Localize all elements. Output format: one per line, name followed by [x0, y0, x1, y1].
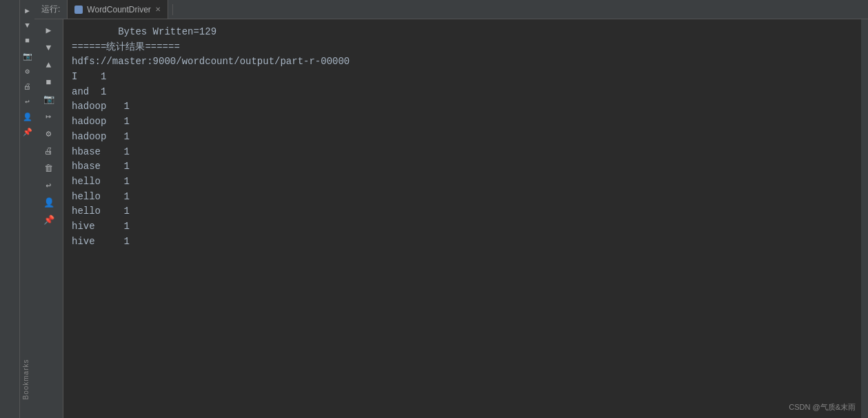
toolbar-indent-icon[interactable]: ↦ [42, 110, 56, 123]
toolbar-pin-icon[interactable]: 📌 [42, 213, 56, 227]
tool-icon-4[interactable]: 📷 [21, 50, 34, 62]
tab-icon [74, 6, 83, 14]
top-bar: 运行: WordCountDriver ✕ [34, 0, 868, 19]
bookmarks-label: Bookmarks [22, 359, 30, 400]
console-line-4: and 1 [72, 85, 853, 100]
toolbar-up-icon[interactable]: ▲ [42, 58, 56, 72]
run-label: 运行: [34, 0, 68, 19]
toolbar-settings-icon[interactable]: ⚙ [42, 127, 56, 141]
tool-icon-3[interactable]: ■ [21, 34, 34, 47]
tab-divider [172, 4, 173, 15]
console-line-11: hello 1 [72, 190, 853, 205]
toolbar-down-icon[interactable]: ▼ [42, 41, 56, 54]
toolbar-camera-icon[interactable]: 📷 [42, 92, 56, 106]
toolbar-delete-icon[interactable]: 🗑 [42, 161, 56, 175]
tab-close-button[interactable]: ✕ [155, 6, 161, 13]
bookmarks-sidebar: Bookmarks [0, 0, 19, 418]
tool-icon-9[interactable]: 📌 [21, 126, 34, 138]
content-row: ▶ ▼ ▲ ■ 📷 ↦ ⚙ 🖨 🗑 ↩ 👤 📌 Bytes Written=12… [34, 19, 868, 418]
console-line-7: hadoop 1 [72, 130, 853, 145]
toolbar-undo-icon[interactable]: ↩ [42, 179, 56, 192]
vertical-toolbar: ▶ ▼ ▲ ■ 📷 ↦ ⚙ 🖨 🗑 ↩ 👤 📌 [34, 19, 63, 418]
console-output: Bytes Written=129 ======统计结果====== hdfs:… [63, 19, 861, 418]
tool-icon-7[interactable]: ↩ [21, 95, 34, 108]
toolbar-print-icon[interactable]: 🖨 [42, 144, 56, 158]
watermark: CSDN @气质&末雨 [789, 402, 856, 412]
tool-icon-8[interactable]: 👤 [21, 110, 34, 123]
toolbar-stop-icon[interactable]: ■ [42, 75, 56, 89]
console-line-8: hbase 1 [72, 145, 853, 160]
console-line-13: hive 1 [72, 219, 853, 235]
console-line-2: hdfs://master:9000/wordcount/output/part… [72, 54, 853, 70]
console-line-3: I 1 [72, 70, 853, 85]
tool-sidebar: ▶ ▼ ■ 📷 ⚙ 🖨 ↩ 👤 📌 [19, 0, 34, 418]
console-line-9: hbase 1 [72, 159, 853, 175]
toolbar-profile-icon[interactable]: 👤 [42, 196, 56, 210]
tool-icon-1[interactable]: ▶ [21, 4, 34, 17]
console-line-6: hadoop 1 [72, 115, 853, 130]
tool-icon-6[interactable]: 🖨 [21, 80, 34, 92]
tab-name: WordCountDriver [87, 5, 150, 14]
scrollbar-area[interactable] [861, 19, 868, 418]
console-line-5: hadoop 1 [72, 99, 853, 115]
main-area: 运行: WordCountDriver ✕ ▶ ▼ ▲ ■ 📷 ↦ ⚙ 🖨 🗑 … [34, 0, 868, 418]
console-line-14: hive 1 [72, 235, 853, 250]
console-line-12: hello 1 [72, 204, 853, 219]
console-line-1: ======统计结果====== [72, 40, 853, 55]
console-line-0: Bytes Written=129 [72, 25, 853, 40]
console-line-10: hello 1 [72, 175, 853, 190]
toolbar-play-icon[interactable]: ▶ [42, 23, 56, 37]
tool-icon-5[interactable]: ⚙ [21, 65, 34, 77]
tool-icon-2[interactable]: ▼ [21, 19, 34, 32]
run-tab[interactable]: WordCountDriver ✕ [68, 0, 168, 19]
